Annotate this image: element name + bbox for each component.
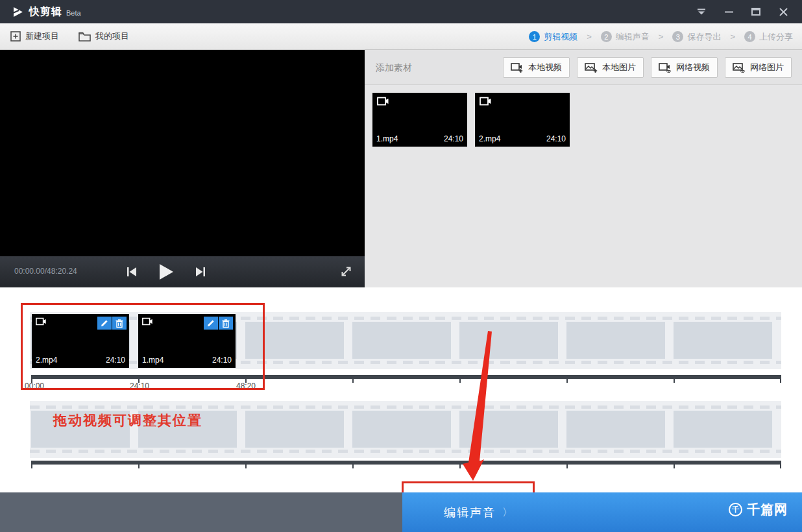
playback-time: 00:00.00/48:20.24 — [14, 267, 77, 276]
clip-duration: 24:10 — [106, 356, 125, 365]
second-track-filmstrip — [30, 401, 781, 458]
material-item-2[interactable]: 2.mp4 24:10 — [475, 93, 570, 147]
pencil-icon — [101, 319, 108, 327]
step-save-export[interactable]: 3 保存导出 — [672, 31, 721, 43]
step-number: 2 — [601, 31, 612, 42]
clip-duration: 24:10 — [212, 356, 232, 365]
filmstrip-frame — [674, 322, 772, 359]
ruler-tick — [674, 465, 675, 468]
camcorder-icon — [36, 317, 47, 326]
ruler-tick — [352, 379, 354, 383]
chevron-right-icon: > — [587, 32, 592, 42]
material-name: 2.mp4 — [479, 134, 500, 143]
chevron-right-icon: > — [659, 32, 664, 42]
ruler-label: 48:20 — [232, 381, 260, 391]
ruler-tick — [566, 379, 568, 383]
web-image-label: 网络图片 — [750, 62, 784, 73]
maximize-icon[interactable] — [742, 0, 770, 23]
add-material-title: 添加素材 — [376, 62, 412, 74]
my-projects-button[interactable]: 我的项目 — [79, 30, 129, 42]
toolbar: 新建项目 我的项目 1 剪辑视频 > 2 编辑声音 > 3 — [0, 23, 802, 50]
edit-clip-button[interactable] — [204, 317, 218, 330]
watermark-icon: 千 — [729, 503, 742, 516]
chevron-right-icon: > — [730, 32, 735, 42]
close-icon[interactable] — [770, 0, 797, 23]
edit-audio-label: 编辑声音 — [444, 505, 496, 520]
ruler-tick — [31, 465, 32, 468]
trash-icon — [115, 319, 123, 328]
material-duration: 24:10 — [546, 134, 566, 143]
minimize-icon[interactable] — [715, 0, 742, 23]
plus-box-icon — [10, 31, 21, 42]
web-video-button[interactable]: 网络视频 — [651, 57, 718, 78]
new-project-label: 新建项目 — [25, 30, 59, 42]
web-image-button[interactable]: 网络图片 — [725, 57, 792, 78]
local-video-icon — [511, 62, 524, 73]
ruler-tick — [138, 465, 140, 468]
skip-back-icon[interactable] — [127, 267, 137, 277]
filmstrip-frame — [245, 322, 344, 359]
app-title: 快剪辑 — [29, 5, 62, 19]
bottom-bar-left — [0, 492, 402, 532]
watermark: 千 千篇网 — [729, 501, 788, 518]
ruler-tick — [352, 465, 354, 468]
step-label: 保存导出 — [687, 31, 721, 43]
local-image-icon — [585, 62, 598, 73]
play-icon[interactable] — [159, 264, 173, 280]
video-preview — [0, 50, 365, 256]
local-video-label: 本地视频 — [528, 62, 562, 73]
filmstrip-frame — [352, 322, 451, 359]
camcorder-icon — [480, 97, 492, 106]
ruler-tick — [566, 465, 568, 468]
step-label: 剪辑视频 — [544, 31, 577, 43]
ruler-tick — [459, 465, 461, 468]
my-projects-label: 我的项目 — [95, 30, 129, 42]
titlebar: 快剪辑 Beta — [0, 0, 802, 23]
step-number: 3 — [672, 31, 683, 42]
app-logo-icon — [12, 6, 24, 18]
step-edit-audio[interactable]: 2 编辑声音 — [601, 31, 650, 43]
ruler-tick — [245, 465, 247, 468]
ruler-tick — [674, 379, 675, 383]
material-item-1[interactable]: 1.mp4 24:10 — [372, 93, 467, 147]
clip-name: 2.mp4 — [36, 356, 57, 365]
video-track-ruler — [31, 375, 781, 379]
web-video-icon — [659, 62, 672, 73]
delete-clip-button[interactable] — [112, 317, 127, 330]
ruler-tick — [459, 379, 461, 383]
filmstrip-frame — [566, 322, 665, 359]
web-video-label: 网络视频 — [676, 62, 710, 73]
material-panel-header: 添加素材 本地视频 — [365, 50, 802, 85]
new-project-button[interactable]: 新建项目 — [10, 30, 59, 42]
step-upload-share[interactable]: 4 上传分享 — [744, 31, 793, 43]
ruler-tick — [780, 379, 781, 383]
step-number: 4 — [744, 31, 755, 42]
local-video-button[interactable]: 本地视频 — [503, 57, 570, 78]
skip-forward-icon[interactable] — [195, 267, 206, 277]
menu-dropdown-icon[interactable] — [688, 0, 715, 23]
step-label: 上传分享 — [759, 31, 793, 43]
filmstrip-frame — [674, 411, 772, 448]
chevron-right-icon: 〉 — [502, 506, 513, 520]
material-name: 1.mp4 — [376, 134, 398, 143]
web-image-icon — [733, 62, 746, 73]
edit-clip-button[interactable] — [97, 317, 112, 330]
drag-hint-annotation: 拖动视频可调整其位置 — [53, 411, 202, 429]
filmstrip-frame — [459, 322, 558, 359]
timeline-clip-2[interactable]: 1.mp4 24:10 — [138, 314, 236, 368]
second-track-ruler — [31, 461, 781, 465]
window-controls — [688, 0, 797, 23]
app-window: 快剪辑 Beta — [0, 0, 802, 532]
beta-badge: Beta — [66, 9, 81, 17]
timeline-clip-1[interactable]: 2.mp4 24:10 — [32, 314, 129, 368]
step-indicator: 1 剪辑视频 > 2 编辑声音 > 3 保存导出 > 4 上传分享 — [529, 23, 793, 50]
delete-clip-button[interactable] — [219, 317, 233, 330]
ruler-label: 00:00 — [20, 381, 49, 391]
local-image-button[interactable]: 本地图片 — [577, 57, 644, 78]
fullscreen-icon[interactable] — [341, 266, 352, 277]
edit-audio-next-button[interactable]: 编辑声音 〉 — [402, 492, 554, 532]
trash-icon — [222, 319, 230, 328]
step-edit-video[interactable]: 1 剪辑视频 — [529, 31, 577, 43]
clip-name: 1.mp4 — [142, 356, 164, 365]
camcorder-icon — [142, 317, 153, 326]
